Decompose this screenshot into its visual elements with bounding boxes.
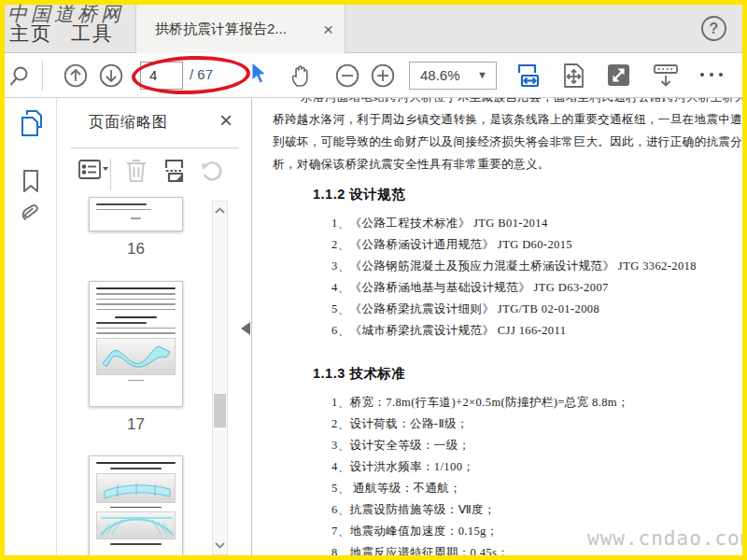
doc-paragraph-line: 到破坏，可能导致的生命财产以及间接经济损失将会非常巨大。因此，进行正确的抗震分 [273, 134, 742, 150]
doc-heading-tech-standard: 1.1.3 技术标准 [313, 365, 405, 383]
doc-list-item: 5、 通航等级：不通航； [331, 481, 461, 497]
doc-list-item: 4、设计洪水频率：1/100； [331, 459, 474, 475]
thumbnail-label-16: 16 [89, 240, 183, 259]
help-icon[interactable]: ? [701, 16, 726, 41]
page-thumbnails-icon[interactable] [20, 109, 45, 137]
doc-list-item: 3、设计安全等级：一级； [331, 438, 471, 454]
pdf-reader-window: 主页 工具 拱桥抗震计算报告2... × ? 4 / 67 [0, 0, 747, 560]
watermark-site-url: www.cndao.com [587, 527, 742, 550]
scroll-down-icon[interactable] [215, 541, 225, 549]
more-tools-icon[interactable] [700, 73, 723, 77]
doc-list-item: 6、《城市桥梁抗震设计规范》 CJJ 166-2011 [331, 323, 566, 339]
red-circle-annotation [131, 54, 250, 96]
zoom-out-icon[interactable] [335, 63, 359, 88]
document-page[interactable]: 水洛河固增电站跨河大桥位于木里藏族自治县，固增至利民通村公路跨河大桥主桥大 桥跨… [253, 98, 742, 555]
main-toolbar: 4 / 67 48.6% ▼ [0, 53, 747, 98]
thumbnail-label-17: 17 [89, 415, 183, 434]
collapse-panel-icon[interactable] [241, 322, 250, 335]
panel-tools-divider [110, 159, 111, 190]
doc-list-item: 1、《公路工程技术标准》 JTG B01-2014 [331, 216, 548, 231]
thumbnail-page-17[interactable] [89, 281, 183, 407]
scroll-up-icon[interactable] [215, 207, 225, 215]
thumbnails-scrollbar[interactable] [212, 201, 228, 555]
fullscreen-icon[interactable] [606, 63, 631, 88]
hide-toolbar-icon[interactable] [652, 63, 680, 89]
doc-list-item: 2、《公路桥涵设计通用规范》 JTG D60-2015 [331, 237, 572, 253]
fit-width-icon[interactable] [514, 62, 543, 90]
bookmarks-icon[interactable] [20, 169, 42, 193]
panel-divider [71, 147, 239, 148]
navigation-rail [5, 98, 57, 555]
chevron-down-icon: ▼ [477, 69, 487, 80]
watermark-site-name: 中国道桥网 [7, 1, 124, 27]
doc-list-item: 3、《公路钢筋混凝土及预应力混凝土桥涵设计规范》 JTG 3362-2018 [331, 259, 697, 274]
zoom-level-dropdown[interactable]: 48.6% ▼ [409, 62, 497, 90]
thumbnail-page-18[interactable] [89, 455, 183, 555]
crop-pages-icon[interactable] [162, 158, 190, 184]
zoom-level-value: 48.6% [420, 67, 460, 83]
hand-tool-icon[interactable] [289, 63, 314, 89]
delete-page-icon[interactable] [124, 158, 148, 184]
toolbar-divider [42, 61, 43, 91]
doc-list-item: 7、地震动峰值加速度：0.15g； [331, 524, 499, 539]
panel-close-icon[interactable]: × [219, 109, 233, 132]
thumbnails-panel: 页面缩略图 × [57, 98, 252, 555]
select-tool-icon[interactable] [249, 62, 270, 86]
zoom-in-icon[interactable] [371, 63, 395, 88]
scrollbar-thumb[interactable] [214, 394, 226, 427]
doc-paragraph-line: 析，对确保该桥梁抗震安全性具有非常重要的意义。 [273, 157, 550, 173]
fit-page-icon[interactable] [561, 63, 586, 89]
doc-list-item: 2、设计荷载：公路-Ⅱ级； [331, 416, 469, 432]
document-tab-close-icon[interactable]: × [323, 21, 333, 38]
doc-list-item: 4、《公路桥涵地基与基础设计规范》 JTG D63-2007 [331, 280, 609, 296]
search-icon[interactable] [8, 65, 31, 88]
doc-paragraph-line: 桥跨越水洛河，利于周边乡镇交通转换，是该条线路上的重要交通枢纽，一旦在地震中遭 [273, 112, 742, 128]
document-tab[interactable]: 拱桥抗震计算报告2... × [135, 5, 345, 53]
doc-paragraph-line-clipped: 水洛河固增电站跨河大桥位于木里藏族自治县，固增至利民通村公路跨河大桥主桥大 [301, 98, 742, 105]
doc-list-item: 5、《公路桥梁抗震设计细则》 JTG/TB 02-01-2008 [331, 301, 599, 317]
doc-list-item: 1、桥宽：7.8m(行车道)+2×0.5m(防撞护栏)=总宽 8.8m； [331, 395, 629, 411]
thumbnail-page-16[interactable] [89, 197, 183, 231]
doc-heading-design-spec: 1.1.2 设计规范 [313, 186, 405, 203]
previous-page-icon[interactable] [63, 63, 88, 88]
thumbnail-options-icon[interactable] [78, 158, 109, 182]
next-page-icon[interactable] [99, 63, 123, 88]
panel-title: 页面缩略图 [89, 113, 168, 133]
doc-list-item: 6、抗震设防措施等级：Ⅶ度； [331, 502, 496, 518]
document-tab-title: 拱桥抗震计算报告2... [155, 21, 317, 38]
attachments-icon[interactable] [20, 203, 42, 227]
doc-list-item: 8、地震反应谱特征周期：0.45s； [331, 545, 509, 555]
rotate-page-icon[interactable] [199, 158, 225, 184]
